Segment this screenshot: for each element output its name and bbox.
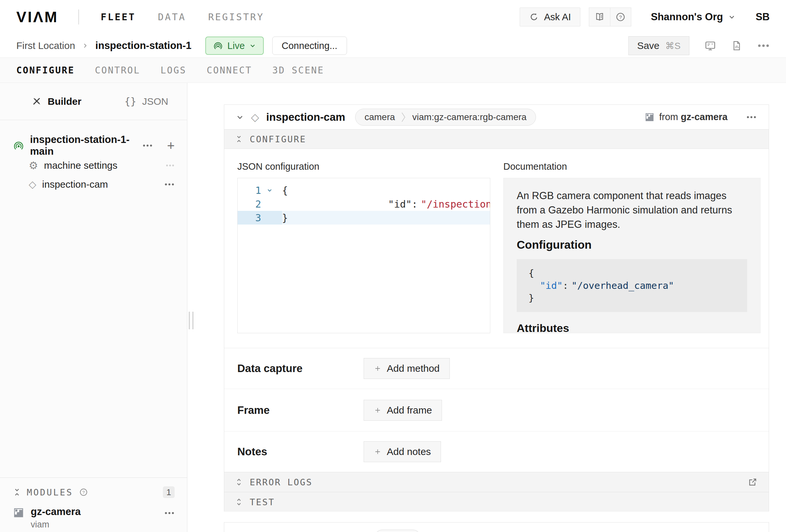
- add-notes-button[interactable]: Add notes: [364, 441, 441, 462]
- plus-icon: [374, 406, 382, 414]
- test-bar[interactable]: TEST: [224, 492, 769, 512]
- plus-icon: [374, 365, 382, 372]
- builder-label: Builder: [48, 96, 81, 107]
- part-menu-icon[interactable]: [142, 144, 153, 147]
- machine-settings-menu-icon[interactable]: [165, 164, 175, 167]
- machine-page-monitor-icon[interactable]: [704, 40, 716, 51]
- chevron-down-icon: [728, 14, 735, 21]
- module-card-header: gz-camera by viam module Registry: [224, 523, 769, 532]
- root-part-name: inspection-station-1-main: [30, 134, 136, 157]
- configure-section-bar[interactable]: CONFIGURE: [224, 129, 769, 149]
- sidebar-item-inspection-cam[interactable]: ◇ inspection-cam: [0, 175, 187, 194]
- documentation-code-sample: { "id":"/overhead_camera" }: [517, 259, 747, 312]
- sidebar-item-machine-settings[interactable]: ⚙ machine settings: [0, 156, 187, 175]
- tab-connect[interactable]: CONNECT: [207, 65, 252, 76]
- nav-data[interactable]: DATA: [158, 11, 186, 23]
- machine-part-tree: inspection-station-1-main + ⚙ machine se…: [0, 120, 187, 194]
- from-module-name: gz-camera: [681, 112, 727, 122]
- sidebar-module-gz-camera[interactable]: gz-camera viam: [13, 506, 175, 530]
- json-mode-toggle[interactable]: {} JSON: [124, 96, 168, 107]
- json-config-editor[interactable]: 1 { 2 "id":"/inspection_: [237, 178, 490, 333]
- org-switcher[interactable]: Shannon's Org: [651, 11, 735, 23]
- inspection-cam-menu-icon[interactable]: [164, 183, 175, 186]
- ask-ai-button[interactable]: Ask AI: [519, 7, 580, 26]
- tree-root-main-part[interactable]: inspection-station-1-main +: [0, 135, 187, 156]
- doc-code-value: "/overhead_camera": [572, 280, 674, 291]
- modules-header[interactable]: MODULES ? 1: [13, 486, 175, 498]
- add-method-button[interactable]: Add method: [364, 358, 450, 379]
- component-menu-icon[interactable]: [746, 116, 757, 118]
- test-label: TEST: [250, 497, 275, 507]
- module-name: gz-camera: [31, 506, 80, 518]
- chevron-down-icon: [249, 42, 256, 49]
- nav-registry[interactable]: REGISTRY: [208, 11, 264, 23]
- module-card-gz-camera: gz-camera by viam module Registry: [224, 522, 769, 532]
- doc-code-close: }: [529, 292, 735, 304]
- chevron-down-icon[interactable]: [236, 113, 244, 121]
- component-card-inspection-cam: ◇ inspection-cam camera viam:gz-camera:r…: [224, 105, 769, 511]
- doc-code-colon: :: [563, 280, 568, 291]
- component-name: inspection-cam: [267, 111, 345, 123]
- error-logs-bar[interactable]: ERROR LOGS: [224, 472, 769, 492]
- broadcast-icon: [13, 140, 24, 151]
- save-shortcut: ⌘S: [665, 41, 680, 51]
- breadcrumb-chevron-icon: [82, 43, 88, 49]
- connecting-button[interactable]: Connecting...: [272, 37, 347, 55]
- modules-title: MODULES: [27, 487, 73, 498]
- avatar[interactable]: SB: [756, 11, 770, 23]
- code-close-brace: }: [282, 212, 288, 224]
- line-number: 3: [238, 212, 261, 224]
- notes-label: Notes: [237, 445, 364, 458]
- module-icon: [13, 507, 24, 518]
- builder-json-toggle: Builder {} JSON: [0, 83, 187, 120]
- documentation-label: Documentation: [503, 161, 761, 172]
- frame-section: Frame Add frame: [224, 389, 769, 431]
- add-frame-button[interactable]: Add frame: [364, 400, 442, 421]
- top-nav-right: Ask AI ? Shannon's Org S: [519, 7, 770, 26]
- config-sidebar: Builder {} JSON inspection-station-1-mai…: [0, 83, 187, 532]
- sidebar-resize-handle[interactable]: [189, 312, 193, 329]
- add-method-label: Add method: [387, 363, 440, 374]
- module-org: viam: [31, 519, 80, 530]
- live-status-dropdown[interactable]: Live: [205, 37, 264, 55]
- from-module-info: from gz-camera: [645, 112, 727, 122]
- collapse-icon: [13, 487, 21, 497]
- tab-logs[interactable]: LOGS: [161, 65, 186, 76]
- tab-3d-scene[interactable]: 3D SCENE: [272, 65, 324, 76]
- ai-refresh-sparkle-icon: [529, 12, 539, 22]
- external-link-icon[interactable]: [748, 477, 758, 487]
- more-options-icon[interactable]: [757, 44, 770, 47]
- tab-control[interactable]: CONTROL: [95, 65, 140, 76]
- fold-chevron-icon[interactable]: [261, 187, 278, 193]
- breadcrumb-location[interactable]: First Location: [16, 40, 75, 51]
- tab-configure[interactable]: CONFIGURE: [16, 65, 75, 76]
- line-number: 2: [238, 199, 261, 210]
- module-type-pill: module: [374, 530, 421, 532]
- inspection-cam-label: inspection-cam: [42, 179, 108, 190]
- nav-fleet[interactable]: FLEET: [100, 11, 136, 23]
- ask-ai-label: Ask AI: [544, 12, 571, 23]
- builder-mode-toggle[interactable]: Builder: [31, 96, 81, 107]
- documentation-book-icon[interactable]: [589, 8, 610, 26]
- help-question-icon[interactable]: ?: [79, 488, 88, 497]
- module-menu-icon[interactable]: [164, 512, 175, 514]
- save-button[interactable]: Save ⌘S: [628, 36, 689, 55]
- viam-logo[interactable]: VIΛM: [16, 8, 58, 26]
- documentation-description: An RGB camera component that reads image…: [517, 189, 747, 232]
- add-frame-label: Add frame: [387, 405, 432, 416]
- main-content: ◇ inspection-cam camera viam:gz-camera:r…: [188, 83, 786, 532]
- expand-icon: [235, 478, 242, 487]
- nav-divider: [78, 9, 79, 24]
- data-capture-section: Data capture Add method: [224, 348, 769, 389]
- documentation-panel: An RGB camera component that reads image…: [503, 178, 761, 333]
- add-notes-label: Add notes: [387, 446, 431, 457]
- documentation-column: Documentation An RGB camera component th…: [503, 161, 761, 333]
- help-question-icon[interactable]: ?: [610, 8, 631, 26]
- json-configuration-label: JSON configuration: [237, 161, 490, 172]
- line-number: 1: [238, 185, 261, 196]
- code-value: "/inspection_camera": [421, 199, 490, 210]
- add-component-icon[interactable]: +: [167, 139, 175, 152]
- expand-icon: [235, 498, 242, 507]
- org-name: Shannon's Org: [651, 11, 723, 23]
- machine-report-file-icon[interactable]: [731, 40, 742, 51]
